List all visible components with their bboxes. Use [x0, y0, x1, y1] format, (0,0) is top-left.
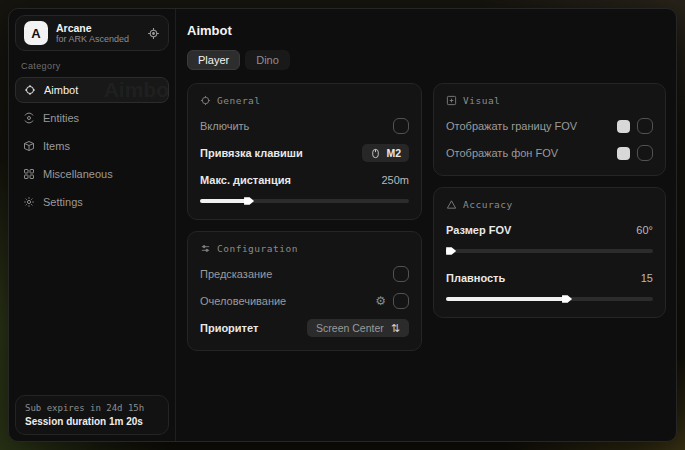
prediction-checkbox[interactable] — [393, 266, 409, 282]
app-logo: A — [24, 21, 48, 45]
sidebar-item-settings[interactable]: Settings — [15, 189, 169, 215]
sidebar-item-miscellaneous[interactable]: Miscellaneous — [15, 161, 169, 187]
slider-thumb[interactable] — [244, 196, 254, 206]
tab-dino[interactable]: Dino — [245, 50, 290, 70]
sliders-icon — [200, 243, 211, 254]
smoothness-slider[interactable] — [446, 294, 653, 304]
sidebar-item-label: Miscellaneous — [43, 168, 113, 180]
humanization-controls: ⚙ — [375, 293, 409, 309]
sidebar-item-label: Entities — [43, 112, 79, 124]
app-window: A Arcane for ARK Ascended Category — [8, 8, 677, 442]
color-swatch[interactable] — [617, 147, 630, 160]
fov-border-label: Отображать границу FOV — [446, 120, 577, 132]
max-distance-label: Макс. дистанция — [200, 174, 291, 186]
fov-background-label: Отображать фон FOV — [446, 147, 558, 159]
sidebar-item-aimbot[interactable]: Aimbot Aimbot — [15, 77, 169, 103]
slider-fill — [446, 297, 566, 301]
priority-row: Приоритет Screen Center ⇅ — [200, 319, 409, 337]
panel-title: General — [217, 95, 261, 106]
fov-size-label: Размер FOV — [446, 224, 511, 236]
sort-arrows-icon: ⇅ — [391, 323, 400, 334]
keybind-row: Привязка клавиши M2 — [200, 144, 409, 162]
fov-size-value: 60° — [636, 224, 653, 236]
mouse-icon — [370, 148, 381, 159]
boxed-plus-icon — [446, 95, 457, 106]
fov-background-checkbox[interactable] — [637, 145, 653, 161]
gear-icon — [23, 196, 35, 208]
slider-thumb[interactable] — [562, 294, 572, 304]
slider-track — [200, 199, 409, 203]
sidebar: A Arcane for ARK Ascended Category — [9, 9, 176, 441]
max-distance-value: 250m — [381, 174, 409, 186]
keybind-button[interactable]: M2 — [362, 144, 409, 162]
sidebar-item-entities[interactable]: Entities — [15, 105, 169, 131]
session-duration-text: Session duration 1m 20s — [25, 416, 159, 427]
sidebar-nav: Aimbot Aimbot Entities Item — [15, 77, 169, 395]
max-distance-row: Макс. дистанция 250m — [200, 171, 409, 189]
panel-visual: Visual Отображать границу FOV Отображать… — [433, 83, 666, 176]
panel-configuration: Configuration Предсказание Очеловечивани… — [187, 231, 422, 351]
keybind-value: M2 — [386, 147, 401, 159]
slider-track — [446, 249, 653, 253]
panel-accuracy-header: Accuracy — [446, 199, 653, 210]
panel-general-header: General — [200, 95, 409, 106]
page-title: Aimbot — [187, 23, 666, 38]
priority-dropdown[interactable]: Screen Center ⇅ — [307, 319, 409, 337]
smoothness-label: Плавность — [446, 272, 505, 284]
tab-player[interactable]: Player — [187, 50, 240, 70]
prediction-row: Предсказание — [200, 265, 409, 283]
fov-size-row: Размер FOV 60° — [446, 221, 653, 239]
enable-checkbox[interactable] — [393, 118, 409, 134]
sidebar-item-items[interactable]: Items — [15, 133, 169, 159]
grid-icon — [23, 168, 35, 180]
panel-general: General Включить Привязка клавиши — [187, 83, 422, 220]
sidebar-item-label: Settings — [43, 196, 83, 208]
priority-label: Приоритет — [200, 322, 258, 334]
prediction-label: Предсказание — [200, 268, 272, 280]
app-name: Arcane — [56, 22, 139, 34]
fov-size-slider[interactable] — [446, 246, 653, 256]
panel-columns: General Включить Привязка клавиши — [187, 83, 666, 351]
crosshair-icon — [200, 95, 211, 106]
sidebar-item-label: Aimbot — [44, 84, 78, 96]
triangle-icon — [446, 199, 457, 210]
tab-bar: Player Dino — [187, 50, 666, 70]
fov-background-row: Отображать фон FOV — [446, 144, 653, 162]
slider-thumb[interactable] — [446, 246, 456, 256]
panel-title: Accuracy — [463, 199, 513, 210]
slider-fill — [200, 199, 248, 203]
right-column: Visual Отображать границу FOV Отображать… — [433, 83, 666, 318]
color-swatch[interactable] — [617, 120, 630, 133]
app-logo-letter: A — [31, 26, 40, 41]
humanization-checkbox[interactable] — [393, 293, 409, 309]
keybind-label: Привязка клавиши — [200, 147, 303, 159]
app-subtitle: for ARK Ascended — [56, 34, 139, 44]
fov-border-row: Отображать границу FOV — [446, 117, 653, 135]
category-label: Category — [21, 61, 163, 71]
panel-title: Configuration — [217, 243, 298, 254]
left-column: General Включить Привязка клавиши — [187, 83, 422, 351]
radar-icon — [23, 112, 35, 124]
crosshair-icon — [24, 84, 36, 96]
fov-background-controls — [617, 145, 653, 161]
brand-text: Arcane for ARK Ascended — [56, 22, 139, 44]
panel-configuration-header: Configuration — [200, 243, 409, 254]
fov-border-checkbox[interactable] — [637, 118, 653, 134]
box-icon — [23, 140, 35, 152]
sidebar-item-watermark: Aimbot — [104, 78, 169, 102]
max-distance-slider[interactable] — [200, 196, 409, 206]
enable-row: Включить — [200, 117, 409, 135]
humanization-label: Очеловечивание — [200, 295, 286, 307]
fov-border-controls — [617, 118, 653, 134]
enable-label: Включить — [200, 120, 249, 132]
gear-icon[interactable] — [147, 27, 160, 40]
panel-visual-header: Visual — [446, 95, 653, 106]
smoothness-row: Плавность 15 — [446, 269, 653, 287]
main-content: Aimbot Player Dino General — [176, 9, 677, 441]
slider-track — [446, 297, 653, 301]
priority-value: Screen Center — [316, 322, 384, 334]
brand-card: A Arcane for ARK Ascended — [15, 15, 169, 51]
gear-icon[interactable]: ⚙ — [375, 295, 386, 307]
panel-accuracy: Accuracy Размер FOV 60° Плавность — [433, 187, 666, 318]
humanization-row: Очеловечивание ⚙ — [200, 292, 409, 310]
